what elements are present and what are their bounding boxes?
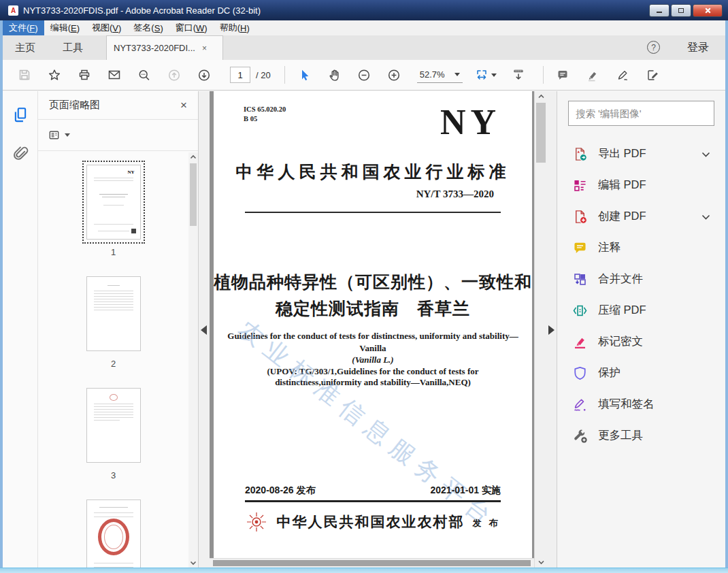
scroll-down-icon[interactable]	[535, 560, 547, 565]
thumbnail-page-2[interactable]: 2	[86, 276, 141, 369]
tool-redact[interactable]: 标记密文	[568, 326, 714, 357]
fill-sign-icon[interactable]	[616, 67, 629, 82]
english-title-line5: distinctness,uniformity and stability—Va…	[214, 377, 532, 388]
tools-search-box[interactable]	[568, 101, 714, 126]
tool-more-tools[interactable]: 更多工具	[568, 420, 714, 451]
tool-export-pdf[interactable]: 导出 PDF	[568, 138, 714, 169]
fit-width-dropdown[interactable]	[475, 67, 497, 82]
scrollbar-thumb[interactable]	[190, 163, 197, 226]
favorites-star-icon[interactable]	[48, 67, 61, 82]
menu-edit[interactable]: 编辑(E)	[44, 20, 86, 35]
tab-document[interactable]: NYT3733-2020FDI... ×	[106, 35, 223, 60]
pdf-page: ICS 65.020.20 B 05 NY 中华人民共和国农业行业标准 NY/T…	[214, 91, 532, 558]
comment-icon[interactable]	[556, 67, 569, 82]
scroll-down-icon[interactable]	[188, 561, 198, 566]
next-view-arrow-icon[interactable]	[548, 325, 555, 335]
create-pdf-icon	[572, 209, 588, 225]
panel-title: 页面缩略图	[49, 99, 100, 112]
window-border-bottom	[0, 568, 728, 573]
thumbnail-page-1[interactable]: NY 1	[86, 165, 141, 257]
toolbar-separator	[284, 66, 285, 84]
chevron-down-icon[interactable]	[701, 148, 710, 160]
standard-header: 中华人民共和国农业行业标准	[214, 161, 532, 183]
thumbnail-page-4[interactable]: 4	[86, 500, 141, 568]
print-icon[interactable]	[78, 67, 91, 82]
sign-in-button[interactable]: 登录	[687, 41, 709, 55]
scroll-up-icon[interactable]	[188, 154, 198, 159]
tool-edit-pdf[interactable]: 编辑 PDF	[568, 169, 714, 201]
next-page-icon[interactable]	[197, 67, 211, 82]
menu-window[interactable]: 窗口(W)	[169, 20, 214, 35]
email-icon[interactable]	[107, 67, 121, 82]
find-icon[interactable]	[137, 67, 151, 82]
minimize-button[interactable]	[649, 4, 669, 17]
thumbnail-number: 2	[111, 359, 116, 369]
tab-home[interactable]: 主页	[15, 35, 35, 60]
zoom-level-dropdown[interactable]: 52.7%	[417, 67, 463, 83]
tool-protect[interactable]: 保护	[568, 357, 714, 389]
select-tool-icon[interactable]	[297, 67, 311, 82]
tab-close-icon[interactable]: ×	[202, 44, 207, 53]
ministry-emblem-icon	[245, 510, 268, 534]
english-title-line4: (UPOV: TG/303/1,Guidelines for the condu…	[214, 366, 532, 377]
thumbnail-list: NY 1	[38, 152, 188, 568]
publisher-row: 中华人民共和国农业农村部 发 布	[214, 510, 532, 534]
tab-tools[interactable]: 工具	[63, 35, 83, 60]
panel-close-icon[interactable]: ×	[180, 99, 187, 112]
menu-help[interactable]: 帮助(H)	[214, 20, 256, 35]
zoom-out-icon[interactable]	[357, 67, 371, 82]
tool-label: 压缩 PDF	[598, 303, 646, 318]
page-edit-icon[interactable]	[646, 67, 659, 82]
tool-label: 编辑 PDF	[598, 178, 646, 193]
tool-label: 合并文件	[598, 272, 643, 286]
ny-logo: NY	[440, 102, 501, 142]
menu-view[interactable]: 视图(V)	[86, 20, 127, 35]
acrobat-window: A NYT3733-2020FDIS.pdf - Adobe Acrobat R…	[0, 0, 728, 573]
menu-file[interactable]: 文件(F)	[3, 20, 44, 35]
protect-shield-icon	[572, 365, 588, 381]
zoom-in-icon[interactable]	[387, 67, 401, 82]
horizontal-scrollbar[interactable]	[210, 558, 534, 568]
attachments-paperclip-icon[interactable]	[12, 144, 29, 162]
menu-sign[interactable]: 签名(S)	[127, 20, 169, 35]
left-nav-strip	[3, 91, 38, 568]
maximize-icon	[678, 8, 684, 13]
help-icon[interactable]: ?	[647, 41, 660, 54]
scroll-mode-button[interactable]	[512, 67, 525, 82]
thumb-dark-square	[131, 229, 136, 233]
close-button[interactable]	[693, 4, 723, 17]
tool-compress-pdf[interactable]: 压缩 PDF	[568, 295, 714, 326]
publish-label: 发 布	[472, 517, 500, 529]
thumbnail-options-icon[interactable]	[48, 129, 61, 142]
chevron-down-icon[interactable]	[701, 210, 710, 223]
tool-label: 创建 PDF	[598, 209, 646, 224]
tool-combine-files[interactable]: 合并文件	[568, 263, 714, 295]
tools-search-input[interactable]	[576, 108, 707, 119]
tool-comment[interactable]: 注释	[568, 232, 714, 263]
ics-code: ICS 65.020.20 B 05	[244, 105, 286, 124]
previous-view-arrow-icon[interactable]	[201, 325, 207, 335]
export-pdf-icon	[572, 146, 588, 162]
panel-scrollbar[interactable]	[188, 152, 198, 568]
scrollbar-thumb[interactable]	[213, 560, 531, 566]
tools-panel: 导出 PDF 编辑 PDF 创建 PDF 注释 合并文件	[557, 91, 725, 568]
thumbnail-number: 1	[111, 247, 116, 257]
highlight-icon[interactable]	[586, 67, 599, 82]
tool-fill-and-sign[interactable]: 填写和签名	[568, 389, 714, 420]
issue-date: 2020-08-26 发布	[245, 485, 316, 497]
scroll-up-icon[interactable]	[535, 94, 547, 99]
maximize-button[interactable]	[671, 4, 691, 17]
toolbar-separator	[543, 66, 544, 84]
scroll-mode-icon	[512, 67, 525, 82]
hand-tool-icon[interactable]	[327, 67, 341, 82]
scrollbar-thumb[interactable]	[536, 103, 546, 163]
tool-label: 标记密文	[598, 334, 643, 349]
vertical-scrollbar[interactable]	[534, 91, 547, 568]
thumbnail-page-3[interactable]: 3	[86, 388, 141, 480]
save-icon[interactable]	[18, 67, 31, 82]
page-thumbnails-icon[interactable]	[12, 106, 29, 124]
tool-create-pdf[interactable]: 创建 PDF	[568, 201, 714, 232]
page-number-input[interactable]	[230, 67, 250, 83]
fill-and-sign-icon	[572, 397, 588, 412]
document-viewport[interactable]: ICS 65.020.20 B 05 NY 中华人民共和国农业行业标准 NY/T…	[210, 91, 534, 568]
